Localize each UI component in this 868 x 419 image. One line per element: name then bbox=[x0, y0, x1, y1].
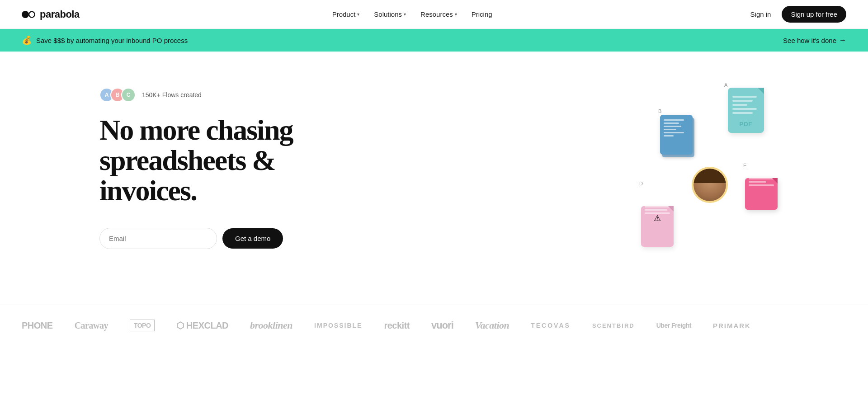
hero-section: A B C 150K+ Flows created No more chasin… bbox=[0, 52, 868, 305]
logo-text: parabola bbox=[40, 9, 80, 20]
nav-solutions[interactable]: Solutions ▾ bbox=[368, 8, 411, 21]
doc-b: B bbox=[660, 115, 696, 158]
person-hair bbox=[693, 169, 726, 183]
svg-point-0 bbox=[22, 11, 29, 18]
logos-section: PHONE Caraway TOPO ⬡ HEXCLAD brooklinen … bbox=[0, 305, 868, 346]
social-proof: A B C 150K+ Flows created bbox=[99, 88, 335, 102]
banner-emoji: 💰 bbox=[22, 35, 32, 45]
chevron-down-icon: ▾ bbox=[357, 12, 359, 17]
doc-d: D ⚠ bbox=[641, 187, 674, 247]
doc-d-inner: ⚠ bbox=[641, 206, 674, 247]
list-item: Vacation bbox=[475, 320, 509, 331]
list-item: vuori bbox=[431, 320, 453, 331]
list-item: IMPOSSIBLE bbox=[314, 322, 362, 329]
get-demo-button[interactable]: Get a demo bbox=[222, 228, 283, 249]
banner-cta[interactable]: See how it's done → bbox=[783, 36, 846, 44]
chevron-down-icon: ▾ bbox=[404, 12, 406, 17]
avatar: C bbox=[121, 88, 136, 102]
list-item: TOPO bbox=[130, 320, 155, 331]
doc-b-tag: B bbox=[658, 108, 661, 114]
doc-d-tag: D bbox=[639, 181, 643, 186]
pdf-label: PDF bbox=[740, 121, 753, 127]
doc-a-inner: PDF bbox=[728, 88, 764, 133]
list-item: SCENTBIRD bbox=[592, 322, 635, 329]
person-avatar bbox=[692, 167, 728, 203]
nav-resources[interactable]: Resources ▾ bbox=[415, 8, 462, 21]
list-item: Uber Freight bbox=[656, 322, 691, 329]
promo-banner: 💰 Save $$$ by automating your inbound PO… bbox=[0, 29, 868, 52]
logo-icon bbox=[22, 10, 36, 19]
nav-pricing[interactable]: Pricing bbox=[466, 8, 498, 21]
list-item: brooklinen bbox=[250, 320, 292, 331]
nav-links: Product ▾ Solutions ▾ Resources ▾ Pricin… bbox=[327, 8, 498, 21]
avatar-group: A B C bbox=[99, 88, 132, 102]
hero-content: A B C 150K+ Flows created No more chasin… bbox=[99, 88, 335, 249]
list-item: PHONE bbox=[22, 320, 53, 331]
list-item: ⬡ HEXCLAD bbox=[176, 320, 228, 331]
banner-text: Save $$$ by automating your inbound PO p… bbox=[36, 37, 188, 44]
list-item: Caraway bbox=[75, 320, 108, 331]
doc-b-stack bbox=[660, 115, 696, 158]
logos-track: PHONE Caraway TOPO ⬡ HEXCLAD brooklinen … bbox=[22, 320, 846, 331]
social-proof-text: 150K+ Flows created bbox=[142, 91, 202, 99]
navbar: parabola Product ▾ Solutions ▾ Resources… bbox=[0, 0, 868, 29]
arrow-icon: → bbox=[839, 36, 846, 44]
nav-product[interactable]: Product ▾ bbox=[327, 8, 365, 21]
signup-button[interactable]: Sign up for free bbox=[782, 6, 846, 23]
banner-cta-text: See how it's done bbox=[783, 37, 836, 44]
doc-e-inner bbox=[745, 178, 778, 210]
signin-button[interactable]: Sign in bbox=[745, 8, 777, 21]
warning-icon: ⚠ bbox=[654, 213, 661, 223]
chevron-down-icon: ▾ bbox=[455, 12, 457, 17]
doc-a: A PDF bbox=[728, 88, 769, 137]
doc-e-tag: E bbox=[743, 163, 746, 168]
doc-a-tag: A bbox=[724, 82, 727, 88]
hero-illustrations: A PDF B bbox=[552, 79, 868, 305]
svg-point-1 bbox=[29, 11, 35, 17]
doc-e: E bbox=[745, 169, 778, 210]
person-face-illustration bbox=[693, 169, 726, 201]
list-item: PRIMARK bbox=[713, 322, 751, 330]
list-item: reckitt bbox=[384, 320, 410, 331]
banner-left: 💰 Save $$$ by automating your inbound PO… bbox=[22, 35, 188, 45]
doc-b-front bbox=[660, 115, 693, 155]
list-item: TECOVAS bbox=[531, 322, 571, 329]
hero-form: Get a demo bbox=[99, 228, 335, 249]
nav-right: Sign in Sign up for free bbox=[745, 6, 846, 23]
hero-headline: No more chasing spreadsheets & invoices. bbox=[99, 115, 335, 206]
email-input[interactable] bbox=[99, 228, 217, 249]
logo-link[interactable]: parabola bbox=[22, 9, 80, 20]
